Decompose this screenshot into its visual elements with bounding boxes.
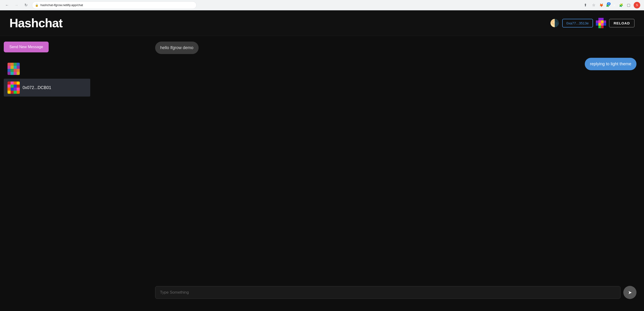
theme-toggle-button[interactable]: 🌗 [550, 18, 560, 27]
window-button[interactable]: ▢ [625, 2, 632, 8]
puzzle-extension-icon[interactable]: 🧩 [618, 3, 623, 7]
app-header: Hashchat 🌗 0xa77...3513e RELOAD [0, 10, 644, 36]
send-new-message-button[interactable]: Send New Message [4, 41, 49, 52]
app-main: Send New Message [0, 36, 644, 305]
conversation-address: 0x072...DCB01 [22, 85, 51, 90]
badge-extension-icon[interactable]: 🧩 30 [606, 3, 610, 7]
bookmark-button[interactable]: ☆ [590, 2, 597, 8]
message-bubble-incoming: hello lfgrow demo [155, 41, 198, 54]
conversation-list: 0x072...DCB01 [4, 60, 90, 96]
send-button[interactable]: ➤ [623, 286, 636, 299]
messages-container: hello lfgrow demo replying to light them… [102, 41, 636, 280]
input-area: ➤ [155, 286, 636, 299]
message-bubble-outgoing: replying to light theme [585, 58, 636, 70]
fox-extension-icon[interactable]: 🦊 [599, 3, 604, 7]
app-title: Hashchat [10, 16, 62, 30]
browser-chrome: ← → ↻ 🔒 hashchat-lfgrow.netlify.app/chat… [0, 0, 644, 10]
profile-button[interactable]: S [634, 2, 640, 8]
back-button[interactable]: ← [4, 2, 10, 8]
header-actions: 🌗 0xa77...3513e RELOAD [550, 18, 634, 28]
send-icon: ➤ [628, 290, 632, 295]
reload-button[interactable]: RELOAD [609, 19, 634, 27]
url-text: hashchat-lfgrow.netlify.app/chat [40, 3, 83, 7]
reload-button[interactable]: ↻ [22, 2, 29, 8]
conversation-avatar-2 [8, 81, 20, 94]
wallet-avatar-grid [596, 18, 606, 28]
sidebar: Send New Message [0, 36, 94, 305]
avatar-grid-2 [8, 81, 20, 94]
wallet-address-button[interactable]: 0xa77...3513e [562, 19, 593, 27]
avatar-grid [8, 63, 20, 75]
share-button[interactable]: ⬆ [582, 2, 588, 8]
message-input[interactable] [155, 286, 620, 299]
list-item[interactable]: 0x072...DCB01 [4, 79, 90, 96]
forward-button[interactable]: → [13, 2, 20, 8]
lock-icon: 🔒 [35, 3, 38, 7]
browser-actions: ⬆ ☆ 🦊 🧩 30 ⚔ 🧩 ▢ S [582, 2, 640, 8]
wallet-avatar[interactable] [596, 18, 606, 28]
badge-count: 30 [607, 2, 610, 5]
conversation-avatar [8, 63, 20, 75]
list-item[interactable] [4, 60, 90, 78]
address-bar[interactable]: 🔒 hashchat-lfgrow.netlify.app/chat [32, 1, 196, 9]
chat-area: hello lfgrow demo replying to light them… [94, 36, 644, 305]
sword-extension-icon[interactable]: ⚔ [612, 3, 617, 7]
